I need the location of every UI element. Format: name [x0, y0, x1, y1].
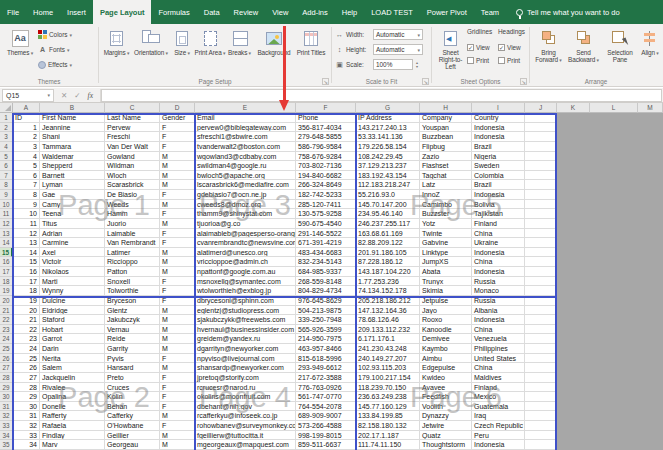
cell[interactable]: 143.187.104.220 — [356, 267, 420, 277]
cell[interactable]: Buzzbean — [420, 132, 472, 142]
cell[interactable]: F — [160, 392, 195, 402]
cell[interactable]: 214-950-7975 — [296, 334, 356, 344]
cell[interactable]: M — [160, 180, 195, 190]
column-header-b[interactable]: B — [40, 103, 105, 113]
cell[interactable]: Venezuela — [472, 334, 525, 344]
cell[interactable]: Demivee — [420, 334, 472, 344]
cell[interactable]: Latimer — [105, 248, 160, 258]
cell[interactable]: F — [160, 383, 195, 393]
selection-pane-button[interactable]: Selection Pane — [602, 26, 638, 78]
cell[interactable]: Hobart — [40, 325, 105, 335]
cell[interactable]: npattonf@google.com.au — [195, 267, 296, 277]
orientation-button[interactable]: Orientation — [132, 26, 170, 78]
cell[interactable]: 34 — [13, 440, 40, 450]
cell[interactable]: M — [160, 334, 195, 344]
cell[interactable]: msnoxellg@symantec.com — [195, 277, 296, 287]
cell[interactable]: 565-926-3599 — [296, 325, 356, 335]
cell[interactable]: United States — [472, 354, 525, 364]
cell[interactable]: Snoxell — [105, 277, 160, 287]
cell[interactable]: F — [160, 209, 195, 219]
cell[interactable]: 183.192.43.154 — [356, 171, 420, 181]
cell[interactable] — [525, 431, 557, 441]
cell[interactable] — [525, 142, 557, 152]
cell[interactable]: F — [160, 354, 195, 364]
cell[interactable]: 703-802-7136 — [296, 161, 356, 171]
column-header-j[interactable]: J — [525, 103, 557, 113]
cell[interactable]: M — [160, 200, 195, 210]
cell[interactable]: Kaymbo — [420, 344, 472, 354]
cell[interactable]: 815-618-5996 — [296, 354, 356, 364]
cell[interactable]: 23 — [13, 334, 40, 344]
cell[interactable]: sjakubczykk@freewebs.com — [195, 315, 296, 325]
cell[interactable]: Laimable — [105, 229, 160, 239]
cell[interactable]: Waldemar — [40, 152, 105, 162]
select-all-corner[interactable] — [0, 103, 13, 113]
cell[interactable]: 504-213-9875 — [296, 306, 356, 316]
cell[interactable]: greidem@yandex.ru — [195, 334, 296, 344]
cell[interactable]: Pervew — [105, 123, 160, 133]
cell[interactable]: 108.242.29.45 — [356, 152, 420, 162]
cell[interactable]: 339-250-7948 — [296, 315, 356, 325]
cell[interactable] — [525, 171, 557, 181]
cell[interactable]: F — [160, 190, 195, 200]
cell[interactable] — [525, 354, 557, 364]
breaks-button[interactable]: Breaks — [226, 26, 253, 78]
cell[interactable]: 25 — [13, 354, 40, 364]
cell[interactable]: Darin — [40, 344, 105, 354]
cell[interactable]: Colombia — [472, 171, 525, 181]
cell[interactable]: 12 — [13, 229, 40, 239]
cell[interactable]: Skimia — [420, 286, 472, 296]
cell[interactable]: 998-199-8015 — [296, 431, 356, 441]
cell[interactable]: Garrot — [40, 334, 105, 344]
align-button[interactable]: Align — [638, 26, 662, 78]
headings-view-checkbox[interactable]: ✓ View — [498, 41, 529, 54]
cell[interactable]: Indonesia — [472, 132, 525, 142]
tell-me-box[interactable]: Tell me what you want to do — [506, 0, 620, 24]
sheet-options-dialog-launcher[interactable]: ↘ — [520, 78, 527, 85]
cell[interactable]: Glentz — [105, 306, 160, 316]
cell[interactable]: 293-949-6612 — [296, 363, 356, 373]
cell[interactable]: 8 — [13, 190, 40, 200]
cell[interactable]: 463-957-8466 — [296, 344, 356, 354]
cell[interactable]: rohowbanev@surveymonkey.com — [195, 421, 296, 431]
cell[interactable]: Indonesia — [472, 315, 525, 325]
cell[interactable]: wgowland3@cdbaby.com — [195, 152, 296, 162]
formula-input[interactable] — [101, 89, 662, 102]
theme-effects-button[interactable]: Effects — [36, 57, 72, 72]
cell[interactable]: JumpXS — [420, 257, 472, 267]
cell[interactable]: 20 — [13, 306, 40, 316]
insert-function-icon[interactable]: fx — [88, 91, 93, 100]
cell[interactable]: M — [160, 152, 195, 162]
cell[interactable]: 37.129.213.237 — [356, 161, 420, 171]
cell[interactable]: 13 — [13, 238, 40, 248]
cancel-icon[interactable]: ✕ — [61, 91, 67, 100]
cell[interactable]: 764-554-2078 — [296, 402, 356, 412]
cell[interactable]: 1.77.253.236 — [356, 277, 420, 287]
cell[interactable]: 3 — [13, 142, 40, 152]
print-area-border-right[interactable] — [555, 113, 557, 450]
cell[interactable]: Jayo — [420, 306, 472, 316]
cell[interactable]: 10 — [13, 209, 40, 219]
cell[interactable]: 147.132.164.36 — [356, 306, 420, 316]
cell[interactable]: Indonesia — [472, 267, 525, 277]
cell[interactable]: 74.134.152.178 — [356, 286, 420, 296]
cell[interactable]: M — [160, 248, 195, 258]
print-area-border-top[interactable] — [12, 113, 557, 115]
cell[interactable]: 14 — [13, 248, 40, 258]
cell[interactable] — [525, 440, 557, 450]
tab-page-layout[interactable]: Page Layout — [93, 0, 152, 24]
cell[interactable]: wtolworthieh@exblog.jp — [195, 286, 296, 296]
column-header-h[interactable]: H — [420, 103, 472, 113]
cell[interactable]: 21 — [13, 315, 40, 325]
cell[interactable] — [525, 161, 557, 171]
cell[interactable] — [525, 132, 557, 142]
cell[interactable]: Vernau — [105, 325, 160, 335]
cell[interactable]: F — [160, 123, 195, 133]
cell[interactable]: M — [160, 411, 195, 421]
cell[interactable]: 111.74.11.150 — [356, 440, 420, 450]
cell[interactable]: Wildman — [105, 161, 160, 171]
cell[interactable]: Adrian — [40, 229, 105, 239]
cell[interactable]: 82.88.209.122 — [356, 238, 420, 248]
bring-forward-button[interactable]: Bring Forward — [532, 26, 565, 78]
column-header-c[interactable]: C — [105, 103, 160, 113]
